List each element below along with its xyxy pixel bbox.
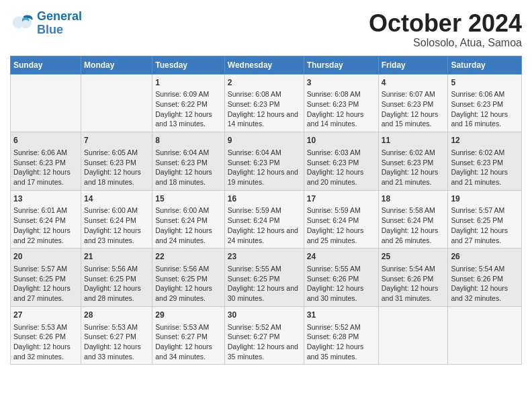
- cell-text: Sunset: 6:25 PM: [228, 274, 301, 284]
- cell-text: Sunset: 6:25 PM: [84, 274, 149, 284]
- cell-text: Sunset: 6:26 PM: [13, 332, 78, 342]
- cell-text: Sunset: 6:23 PM: [307, 158, 375, 168]
- weekday-header-tuesday: Tuesday: [152, 56, 225, 74]
- cell-text: Daylight: 12 hours and 35 minutes.: [307, 342, 375, 361]
- cell-text: Sunrise: 6:03 AM: [307, 148, 375, 158]
- cell-text: Sunset: 6:24 PM: [228, 216, 301, 226]
- cell-text: Sunrise: 5:53 AM: [13, 322, 78, 332]
- cell-text: Daylight: 12 hours and 23 minutes.: [84, 226, 149, 245]
- cell-text: Sunset: 6:27 PM: [84, 332, 149, 342]
- cell-text: Sunrise: 5:54 AM: [451, 264, 519, 274]
- cell-text: Daylight: 12 hours and 20 minutes.: [307, 167, 375, 187]
- cell-text: Daylight: 12 hours and 32 minutes.: [13, 342, 78, 361]
- calendar-subtitle: Solosolo, Atua, Samoa: [369, 37, 522, 49]
- day-number: 24: [307, 251, 375, 263]
- weekday-header-monday: Monday: [81, 56, 152, 74]
- weekday-header-thursday: Thursday: [304, 56, 378, 74]
- calendar-cell: 26Sunrise: 5:54 AMSunset: 6:26 PMDayligh…: [448, 248, 522, 307]
- calendar-cell: 12Sunrise: 6:02 AMSunset: 6:23 PMDayligh…: [448, 132, 522, 191]
- cell-text: Sunrise: 6:00 AM: [84, 205, 149, 216]
- cell-text: Daylight: 12 hours and 35 minutes.: [228, 342, 301, 361]
- calendar-week-row: 20Sunrise: 5:57 AMSunset: 6:25 PMDayligh…: [11, 248, 522, 307]
- cell-text: Sunset: 6:23 PM: [228, 158, 301, 168]
- logo-icon: [10, 13, 34, 34]
- day-number: 19: [451, 193, 519, 205]
- cell-text: Sunrise: 5:58 AM: [382, 205, 445, 216]
- cell-text: Sunrise: 6:09 AM: [155, 89, 222, 99]
- day-number: 11: [382, 135, 445, 146]
- cell-text: Daylight: 12 hours and 16 minutes.: [451, 109, 519, 129]
- day-number: 23: [228, 251, 301, 263]
- day-number: 18: [382, 193, 445, 205]
- day-number: 6: [13, 135, 78, 146]
- page-header: General Blue October 2024 Solosolo, Atua…: [10, 10, 522, 49]
- cell-text: Daylight: 12 hours and 28 minutes.: [84, 283, 149, 303]
- calendar-cell: [448, 306, 522, 365]
- cell-text: Sunrise: 5:55 AM: [228, 264, 301, 274]
- weekday-header-friday: Friday: [378, 56, 448, 74]
- day-number: 21: [84, 251, 149, 263]
- calendar-cell: 1Sunrise: 6:09 AMSunset: 6:22 PMDaylight…: [152, 74, 225, 132]
- cell-text: Sunrise: 6:01 AM: [13, 205, 78, 216]
- logo-text-line2: Blue: [37, 24, 82, 37]
- cell-text: Daylight: 12 hours and 34 minutes.: [155, 342, 222, 361]
- weekday-header-row: SundayMondayTuesdayWednesdayThursdayFrid…: [11, 56, 522, 74]
- calendar-cell: 25Sunrise: 5:54 AMSunset: 6:26 PMDayligh…: [378, 248, 448, 307]
- cell-text: Daylight: 12 hours and 32 minutes.: [451, 283, 519, 303]
- cell-text: Sunset: 6:25 PM: [451, 216, 519, 226]
- day-number: 31: [307, 310, 375, 321]
- logo: General Blue: [10, 10, 82, 37]
- day-number: 30: [228, 310, 301, 321]
- cell-text: Sunset: 6:24 PM: [13, 216, 78, 226]
- cell-text: Sunset: 6:26 PM: [451, 274, 519, 284]
- calendar-cell: 17Sunrise: 5:59 AMSunset: 6:24 PMDayligh…: [304, 190, 378, 248]
- cell-text: Daylight: 12 hours and 27 minutes.: [13, 283, 78, 303]
- title-block: October 2024 Solosolo, Atua, Samoa: [369, 10, 522, 49]
- cell-text: Sunrise: 5:59 AM: [307, 205, 375, 216]
- calendar-cell: 13Sunrise: 6:01 AMSunset: 6:24 PMDayligh…: [11, 190, 81, 248]
- calendar-cell: 18Sunrise: 5:58 AMSunset: 6:24 PMDayligh…: [378, 190, 448, 248]
- day-number: 7: [84, 135, 149, 146]
- calendar-week-row: 1Sunrise: 6:09 AMSunset: 6:22 PMDaylight…: [11, 74, 522, 132]
- calendar-cell: 30Sunrise: 5:52 AMSunset: 6:27 PMDayligh…: [224, 306, 304, 365]
- day-number: 4: [382, 77, 445, 89]
- cell-text: Sunset: 6:26 PM: [382, 274, 445, 284]
- calendar-body: 1Sunrise: 6:09 AMSunset: 6:22 PMDaylight…: [11, 74, 522, 365]
- day-number: 5: [451, 77, 519, 89]
- day-number: 27: [13, 310, 78, 321]
- cell-text: Daylight: 12 hours and 21 minutes.: [382, 167, 445, 187]
- cell-text: Sunset: 6:23 PM: [382, 158, 445, 168]
- calendar-cell: 28Sunrise: 5:53 AMSunset: 6:27 PMDayligh…: [81, 306, 152, 365]
- cell-text: Sunset: 6:23 PM: [307, 99, 375, 109]
- cell-text: Daylight: 12 hours and 13 minutes.: [155, 109, 222, 129]
- day-number: 16: [228, 193, 301, 205]
- calendar-cell: 6Sunrise: 6:06 AMSunset: 6:23 PMDaylight…: [11, 132, 81, 191]
- cell-text: Sunset: 6:24 PM: [307, 216, 375, 226]
- weekday-header-sunday: Sunday: [11, 56, 81, 74]
- cell-text: Sunrise: 6:02 AM: [382, 148, 445, 158]
- calendar-cell: 9Sunrise: 6:04 AMSunset: 6:23 PMDaylight…: [224, 132, 304, 191]
- calendar-cell: 16Sunrise: 5:59 AMSunset: 6:24 PMDayligh…: [224, 190, 304, 248]
- day-number: 13: [13, 193, 78, 205]
- cell-text: Daylight: 12 hours and 14 minutes.: [307, 109, 375, 129]
- cell-text: Sunrise: 5:53 AM: [155, 322, 222, 332]
- calendar-title: October 2024: [369, 10, 522, 37]
- cell-text: Sunrise: 5:56 AM: [155, 264, 222, 274]
- cell-text: Sunrise: 5:56 AM: [84, 264, 149, 274]
- day-number: 29: [155, 310, 222, 321]
- cell-text: Daylight: 12 hours and 21 minutes.: [451, 167, 519, 187]
- cell-text: Sunset: 6:23 PM: [155, 158, 222, 168]
- cell-text: Daylight: 12 hours and 14 minutes.: [228, 109, 301, 129]
- calendar-week-row: 27Sunrise: 5:53 AMSunset: 6:26 PMDayligh…: [11, 306, 522, 365]
- cell-text: Sunset: 6:24 PM: [382, 216, 445, 226]
- day-number: 15: [155, 193, 222, 205]
- day-number: 3: [307, 77, 375, 89]
- cell-text: Sunset: 6:25 PM: [155, 274, 222, 284]
- day-number: 9: [228, 135, 301, 146]
- calendar-cell: [11, 74, 81, 132]
- cell-text: Sunset: 6:23 PM: [451, 99, 519, 109]
- day-number: 26: [451, 251, 519, 263]
- cell-text: Sunrise: 6:05 AM: [84, 148, 149, 158]
- day-number: 12: [451, 135, 519, 146]
- day-number: 10: [307, 135, 375, 146]
